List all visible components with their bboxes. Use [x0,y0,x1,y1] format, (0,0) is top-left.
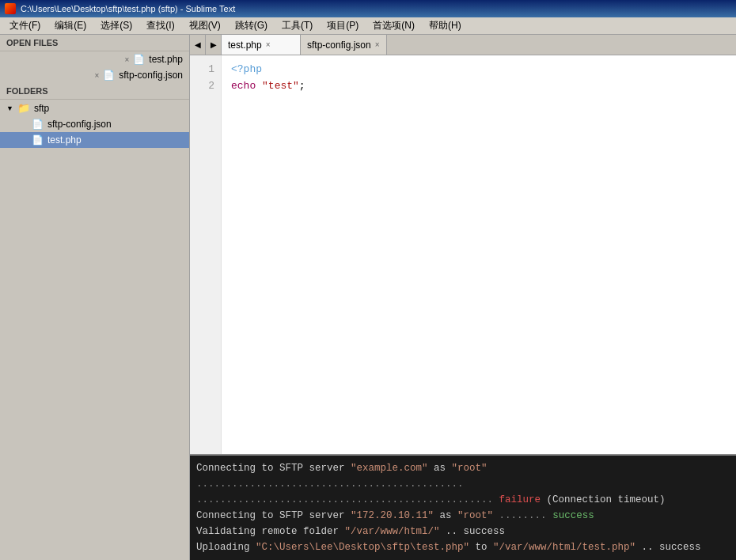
sidebar-item-sftp-config-open[interactable]: × 📄 sftp-config.json [0,67,189,83]
line-numbers: 1 2 [190,55,222,454]
menu-bar: 文件(F) 编辑(E) 选择(S) 查找(I) 视图(V) 跳转(G) 工具(T… [0,17,736,35]
console-line-4: Validating remote folder "/var/www/html/… [196,524,730,539]
menu-goto[interactable]: 跳转(G) [229,17,274,34]
open-files-section: OPEN FILES [0,35,189,51]
file-icon: 📄 [32,134,44,146]
menu-project[interactable]: 项目(P) [321,17,365,34]
code-content[interactable]: <?php echo "test"; [222,55,736,454]
menu-edit[interactable]: 编辑(E) [48,17,93,34]
menu-help[interactable]: 帮助(H) [423,17,468,34]
folder-icon: 📁 [17,102,30,114]
line-number: 2 [196,78,214,95]
file-icon: 📄 [133,54,145,65]
editor-area: ◀ ▶ test.php × sftp-config.json × 1 2 <?… [190,35,736,560]
menu-preferences[interactable]: 首选项(N) [366,17,421,34]
close-icon[interactable]: × [124,55,129,64]
tab-sftp-config[interactable]: sftp-config.json × [301,35,387,55]
menu-tools[interactable]: 工具(T) [275,17,319,34]
title-bar: C:\Users\Lee\Desktop\sftp\test.php (sftp… [0,0,736,17]
console-line-3: Connecting to SFTP server "172.20.10.11"… [196,508,730,524]
sidebar-folder-sftp[interactable]: ▼ 📁 sftp [0,100,189,116]
file-icon: 📄 [103,70,115,81]
tab-label: test.php [228,40,262,51]
console-line-5: Uploading "C:\Users\Lee\Desktop\sftp\tes… [196,539,730,555]
menu-file[interactable]: 文件(F) [3,17,47,34]
triangle-icon: ▼ [6,104,13,112]
folders-section: FOLDERS [0,83,189,100]
menu-find[interactable]: 查找(I) [140,17,180,34]
menu-select[interactable]: 选择(S) [94,17,138,34]
code-line-2: echo "test"; [231,78,727,95]
sidebar-item-label: test.php [47,134,82,146]
console-line-1: Connecting to SFTP server "example.com" … [196,460,730,492]
folder-label: sftp [34,103,49,114]
app-icon [5,3,16,14]
close-icon[interactable]: × [94,71,99,80]
title-text: C:\Users\Lee\Desktop\sftp\test.php (sftp… [21,4,235,13]
menu-view[interactable]: 视图(V) [183,17,227,34]
line-number: 1 [196,62,214,78]
tab-close-icon[interactable]: × [375,40,380,49]
file-icon: 📄 [32,119,44,130]
tab-label: sftp-config.json [307,40,371,51]
console-area: Connecting to SFTP server "example.com" … [190,454,736,560]
tab-test-php[interactable]: test.php × [222,35,301,55]
tab-close-icon[interactable]: × [266,40,271,49]
sidebar-item-sftp-config-json[interactable]: 📄 sftp-config.json [0,116,189,132]
sidebar-item-test-php-open[interactable]: × 📄 test.php [0,51,189,67]
console-line-2: ........................................… [196,492,730,508]
tab-nav-left[interactable]: ◀ [190,35,206,55]
main-area: OPEN FILES × 📄 test.php × 📄 sftp-config.… [0,35,736,560]
sidebar-item-label: sftp-config.json [119,70,183,81]
code-area[interactable]: 1 2 <?php echo "test"; [190,55,736,454]
tab-bar: ◀ ▶ test.php × sftp-config.json × [190,35,736,55]
code-line-1: <?php [231,62,727,78]
sidebar: OPEN FILES × 📄 test.php × 📄 sftp-config.… [0,35,190,560]
sidebar-item-label: test.php [149,54,183,65]
sidebar-item-test-php[interactable]: 📄 test.php [0,132,189,148]
sidebar-item-label: sftp-config.json [47,119,112,130]
tab-nav-right[interactable]: ▶ [206,35,222,55]
